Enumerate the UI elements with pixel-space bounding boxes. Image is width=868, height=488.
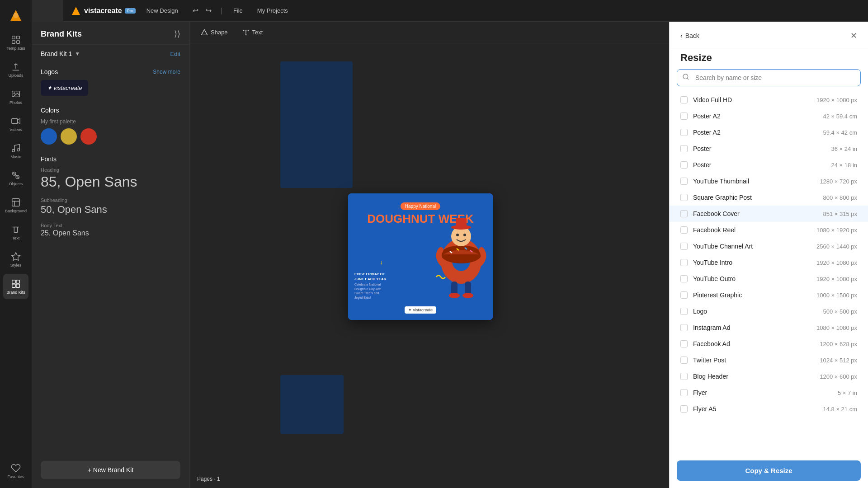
pages-label: Pages · 1 — [197, 476, 220, 482]
sidebar-item-styles[interactable]: Styles — [3, 247, 28, 272]
resize-list-item[interactable]: Video Full HD 868 × 488 px — [670, 92, 868, 108]
resize-item-checkbox[interactable] — [680, 113, 688, 120]
resize-item-checkbox[interactable] — [680, 243, 688, 250]
shape-icon — [201, 29, 208, 36]
resize-list-item[interactable]: Instagram Ad 1080 × 1080 px — [670, 319, 868, 336]
design-name-nav[interactable]: New Design — [143, 5, 182, 16]
body-font-item: Body Text 25, Open Sans — [41, 223, 180, 237]
sidebar-item-favorites[interactable]: Favorites — [3, 458, 28, 483]
svg-rect-17 — [12, 284, 15, 287]
colors-section-title: Colors — [41, 107, 59, 114]
edit-brand-kit-link[interactable]: Edit — [170, 51, 180, 57]
resize-item-checkbox[interactable] — [680, 259, 688, 266]
resize-item-name: Pinterest Graphic — [693, 291, 811, 299]
resize-list-item[interactable]: YouTube Outro 868 × 488 px — [670, 271, 868, 287]
logo-item[interactable]: ✦ vistacreate — [41, 80, 88, 96]
svg-marker-19 — [72, 7, 80, 15]
resize-item-checkbox[interactable] — [680, 178, 688, 185]
body-font-preview: 25, Open Sans — [41, 229, 180, 237]
resize-item-name: YouTube Intro — [693, 259, 811, 266]
resize-item-checkbox[interactable] — [680, 226, 688, 234]
arrow-decoration: ↓ — [380, 258, 383, 266]
resize-item-name: Facebook Reel — [693, 226, 811, 234]
resize-list-item[interactable]: Facebook Reel 488 × 868 px — [670, 222, 868, 238]
resize-list-item[interactable]: Logo 500 × 500 px — [670, 303, 868, 319]
resize-title: Resize — [670, 48, 868, 69]
shape-tool-button[interactable]: Shape — [197, 27, 231, 38]
resize-item-name: YouTube Channel Art — [693, 243, 811, 250]
resize-item-size: 1200 × 628 px — [820, 341, 857, 347]
new-brand-kit-button[interactable]: + New Brand Kit — [41, 461, 180, 479]
resize-item-checkbox[interactable] — [680, 405, 688, 413]
resize-item-checkbox[interactable] — [680, 373, 688, 380]
resize-list-item[interactable]: Poster 24 × 18 in — [670, 157, 868, 173]
sidebar-item-objects[interactable]: Objects — [3, 165, 28, 191]
my-projects-nav[interactable]: My Projects — [254, 5, 292, 16]
text-icon — [242, 29, 250, 36]
file-menu[interactable]: File — [230, 5, 246, 16]
color-swatch-red[interactable] — [80, 128, 97, 145]
copy-resize-button[interactable]: Copy & Resize — [677, 460, 861, 481]
text-tool-button[interactable]: Text — [239, 27, 267, 38]
search-input[interactable] — [677, 69, 861, 86]
svg-point-36 — [683, 74, 688, 79]
resize-item-size: 1200 × 600 px — [820, 373, 857, 380]
resize-item-checkbox[interactable] — [680, 324, 688, 331]
resize-item-checkbox[interactable] — [680, 389, 688, 396]
resize-item-checkbox[interactable] — [680, 275, 688, 282]
back-button[interactable]: ‹ Back — [680, 32, 699, 39]
resize-item-size: 5 × 7 in — [838, 389, 857, 396]
sidebar-item-brand-kits[interactable]: Brand Kits — [3, 274, 28, 299]
resize-list-item[interactable]: Twitter Post 1024 × 512 px — [670, 352, 868, 368]
doughnut-character — [434, 211, 488, 306]
resize-item-checkbox[interactable] — [680, 96, 688, 103]
resize-list-item[interactable]: YouTube Channel Art 2560 × 1440 px — [670, 238, 868, 254]
resize-list-item[interactable]: Facebook Cover 851 × 315 px — [670, 206, 868, 222]
resize-item-checkbox[interactable] — [680, 357, 688, 364]
resize-item-size: 488 × 868 px — [816, 227, 857, 234]
canvas-content: Preview Happy National DOUGHNUT WEEK — [190, 43, 669, 470]
resize-list-item[interactable]: Poster A2 59.4 × 42 cm — [670, 124, 868, 141]
sidebar-item-uploads[interactable]: Uploads — [3, 57, 28, 82]
logos-show-more[interactable]: Show more — [153, 69, 180, 75]
resize-item-checkbox[interactable] — [680, 340, 688, 347]
sidebar-item-background[interactable]: Background — [3, 192, 28, 218]
sidebar-item-videos[interactable]: Videos — [3, 111, 28, 136]
sidebar-item-templates[interactable]: Templates — [3, 30, 28, 55]
sidebar-item-text[interactable]: Text — [3, 220, 28, 245]
resize-list-item[interactable]: Pinterest Graphic 1000 × 1500 px — [670, 287, 868, 303]
resize-list-item[interactable]: Poster 36 × 24 in — [670, 141, 868, 157]
resize-item-checkbox[interactable] — [680, 145, 688, 152]
resize-list-item[interactable]: YouTube Intro 868 × 488 px — [670, 254, 868, 271]
resize-item-size: 14.8 × 21 cm — [823, 406, 857, 413]
resize-item-name: Poster — [693, 161, 826, 169]
resize-list-item[interactable]: Flyer A5 14.8 × 21 cm — [670, 401, 868, 417]
resize-list-item[interactable]: Facebook Ad 1200 × 628 px — [670, 336, 868, 352]
brand-kit-dropdown[interactable]: Brand Kit 1 ▼ — [41, 50, 80, 57]
resize-list-item[interactable]: Square Graphic Post 800 × 800 px — [670, 189, 868, 206]
logos-section-title: Logos — [41, 68, 58, 75]
color-swatch-gold[interactable] — [61, 128, 77, 145]
svg-rect-8 — [12, 118, 18, 123]
collapse-panel-button[interactable]: ⟩⟩ — [174, 29, 180, 39]
resize-list-item[interactable]: Flyer 5 × 7 in — [670, 385, 868, 401]
resize-item-checkbox[interactable] — [680, 161, 688, 169]
redo-button[interactable]: ↪ — [204, 5, 213, 17]
resize-item-checkbox[interactable] — [680, 194, 688, 201]
undo-button[interactable]: ↩ — [191, 5, 200, 17]
colors-row — [41, 128, 180, 145]
sidebar-item-music[interactable]: Music — [3, 138, 28, 164]
close-resize-panel-button[interactable]: ✕ — [850, 31, 857, 41]
resize-list-item[interactable]: YouTube Thumbnail 1280 × 720 px — [670, 173, 868, 189]
resize-item-checkbox[interactable] — [680, 210, 688, 217]
logo-text: ✦ vistacreate — [47, 84, 82, 91]
resize-item-checkbox[interactable] — [680, 291, 688, 299]
subheading-font-label: Subheading — [41, 197, 180, 203]
resize-list-item[interactable]: Blog Header 1200 × 600 px — [670, 368, 868, 385]
resize-list-item[interactable]: Poster A2 42 × 59.4 cm — [670, 108, 868, 124]
resize-item-checkbox[interactable] — [680, 129, 688, 136]
resize-item-checkbox[interactable] — [680, 308, 688, 315]
sidebar-item-photos[interactable]: Photos — [3, 84, 28, 109]
color-swatch-blue[interactable] — [41, 128, 57, 145]
body-font-label: Body Text — [41, 223, 180, 228]
